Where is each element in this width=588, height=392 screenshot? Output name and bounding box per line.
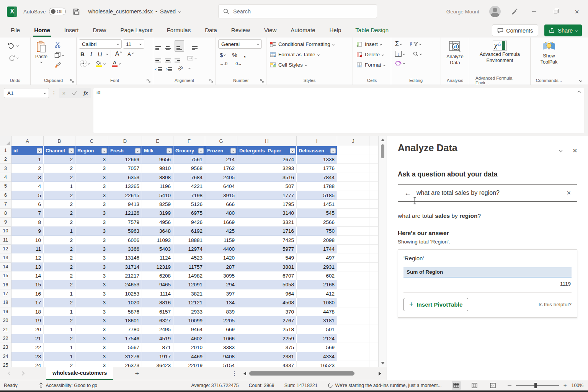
cell[interactable]: 497 [297,253,337,262]
dialog-launcher-icon[interactable] [70,79,74,83]
row-header-22[interactable]: 22 [0,334,11,343]
filter-button[interactable] [290,148,295,154]
cell[interactable] [337,334,369,343]
cell[interactable]: 545 [297,209,337,217]
scroll-down-icon[interactable] [381,362,385,364]
row-header-7[interactable]: 7 [0,200,11,209]
cell[interactable] [337,146,369,155]
cell[interactable]: 8259 [142,200,173,209]
analyze-data-button[interactable]: Analyze Data [443,39,468,67]
cell[interactable]: 6157 [142,307,173,316]
dialog-launcher-icon[interactable] [209,79,213,83]
cell[interactable]: 5567 [108,343,142,352]
collapse-formula-bar-icon[interactable] [578,91,581,94]
cell[interactable]: 7198 [173,191,205,200]
row-header-25[interactable]: 25 [0,361,11,367]
tab-view[interactable]: View [263,24,277,37]
row-header-12[interactable]: 12 [0,245,11,253]
cell[interactable]: 3 [11,173,44,182]
filter-button[interactable] [101,148,107,154]
row-header-24[interactable]: 24 [0,352,11,361]
cell[interactable] [337,298,369,307]
cell[interactable]: 214 [205,155,237,164]
row-header-10[interactable]: 10 [0,227,11,235]
select-all-corner[interactable] [0,136,11,146]
comments-button[interactable]: Comments [492,24,538,36]
cell[interactable]: 7579 [108,218,142,227]
back-arrow-icon[interactable]: ← [404,189,411,197]
cell[interactable]: 1020 [108,298,142,307]
cell[interactable]: 6327 [142,316,173,325]
cell[interactable]: 2010 [173,343,205,352]
sheet-tab-wholesale-customers[interactable]: wholesale-customers [46,367,113,380]
cell[interactable]: 2 [44,173,75,182]
cell[interactable]: 3 [75,263,108,271]
table-header-cell[interactable]: Detergents_Paper [237,146,297,155]
scroll-up-icon[interactable] [381,139,385,141]
cut-button[interactable] [53,41,65,49]
align-left-button[interactable] [155,54,161,62]
tab-home[interactable]: Home [33,24,51,37]
cell[interactable]: 18601 [108,316,142,325]
fill-down-button[interactable]: ↓ [394,50,406,57]
cell[interactable]: 15 [11,280,44,289]
row-header-23[interactable]: 23 [0,343,11,352]
cell[interactable]: 1159 [205,236,237,245]
cell[interactable]: 3 [75,200,108,209]
cell[interactable] [337,325,369,334]
conditional-formatting-button[interactable]: Conditional Formatting [269,39,350,49]
cell[interactable]: 425 [205,227,237,235]
ribbon-collapse-chevron-icon[interactable] [579,79,582,82]
cell[interactable]: 669 [205,325,237,334]
cell[interactable]: 3366 [108,245,142,253]
cell[interactable]: 3648 [142,227,173,235]
cell[interactable]: 3181 [297,316,337,325]
normal-view-button[interactable] [452,381,461,390]
tab-automate[interactable]: Automate [290,24,316,37]
cell[interactable]: 3516 [237,173,297,182]
cell[interactable]: 2767 [237,316,297,325]
cell[interactable]: 9464 [173,325,205,334]
cell[interactable]: 3 [75,316,108,325]
filter-button[interactable] [198,148,204,154]
cell[interactable]: 2124 [297,334,337,343]
cell[interactable]: 1 [44,227,75,235]
cell[interactable]: 4 [11,182,44,191]
cell[interactable]: 31276 [108,352,142,361]
cell[interactable]: 7425 [237,236,297,245]
cell[interactable]: 3 [75,361,108,367]
cell[interactable]: 20 [11,325,44,334]
cell[interactable]: 13265 [108,182,142,191]
cell[interactable]: 2495 [142,325,173,334]
accessibility-status[interactable]: Accessibility: Good to go [38,382,98,388]
cell[interactable]: 2 [44,253,75,262]
cell[interactable]: 18881 [173,236,205,245]
cell[interactable] [337,155,369,164]
advanced-formula-environment-button[interactable]: χ fx Advanced Formula Environment [473,39,527,65]
cell[interactable]: 2405 [205,173,237,182]
cell[interactable]: 3293 [237,164,297,173]
cell[interactable]: 4478 [297,307,337,316]
cell[interactable]: 7780 [108,325,142,334]
cell[interactable]: 4519 [142,334,173,343]
table-header-cell[interactable]: Channel [44,146,75,155]
dialog-launcher-icon[interactable] [147,79,150,83]
cell[interactable] [337,209,369,217]
cell[interactable]: 2 [44,271,75,280]
cell[interactable]: 375 [237,343,297,352]
cell[interactable]: 12319 [142,263,173,271]
cell[interactable]: 7561 [173,155,205,164]
row-header-13[interactable]: 13 [0,253,11,262]
cell[interactable] [337,218,369,227]
cell[interactable]: 1338 [297,155,337,164]
clear-button[interactable] [394,60,406,66]
filter-button[interactable] [135,148,140,154]
cell[interactable]: 19 [11,316,44,325]
cell[interactable]: 1776 [297,164,337,173]
cell[interactable]: 24653 [108,280,142,289]
table-header-cell[interactable]: Fresh [108,146,142,155]
cell[interactable]: 287 [205,263,237,271]
cell[interactable]: 5185 [297,191,337,200]
orientation-button[interactable]: ab [175,63,185,73]
cell[interactable]: 2 [44,263,75,271]
